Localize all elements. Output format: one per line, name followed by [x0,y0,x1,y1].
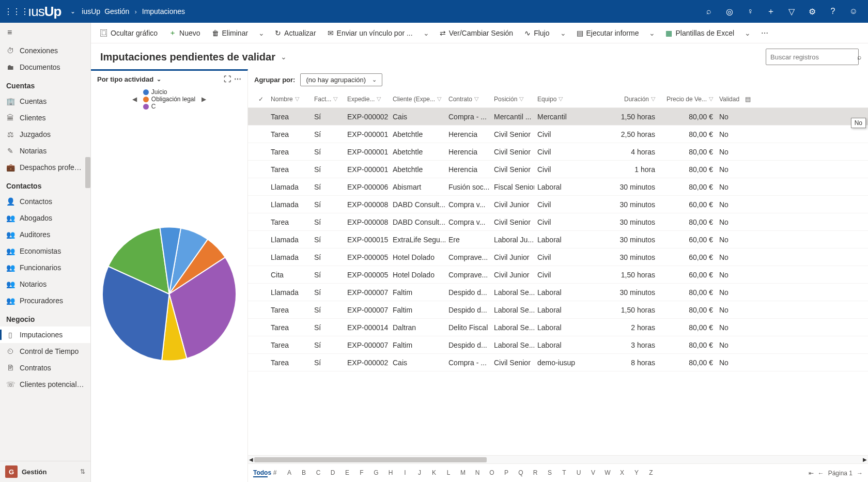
chart-more-icon[interactable]: ⋯ [234,75,241,83]
table-row[interactable]: Tarea Sí EXP-000002 Cais Compra - ... Ci… [248,354,868,371]
table-row[interactable]: Tarea Sí EXP-000001 Abetchtle Herencia C… [248,161,868,178]
sidebar-item[interactable]: 👥Abogados [0,210,90,226]
letter-filter[interactable]: M [456,469,470,477]
letter-filter[interactable]: B [297,469,311,477]
legend-item[interactable]: C [143,103,195,110]
table-row[interactable]: Cita Sí EXP-000005 Hotel Dolado Comprave… [248,266,868,284]
user-icon[interactable]: ☺ [843,7,864,16]
breadcrumb-page[interactable]: Imputaciones [140,7,187,15]
sidebar-item[interactable]: 💼Despachos profesi... [0,159,90,176]
page-next-icon[interactable]: → [857,470,863,477]
col-expediente[interactable]: Expedie...▽ [344,96,390,103]
run-report-button[interactable]: ▤Ejecutar informe [571,26,644,40]
letter-filter[interactable]: G [369,469,383,477]
scroll-left-icon[interactable]: ◀ [248,456,254,463]
legend-item[interactable]: Juicio [143,88,195,96]
col-posicion[interactable]: Posición▽ [491,96,534,103]
search-input[interactable] [770,53,857,61]
chart-title-chevron-icon[interactable]: ⌄ [157,76,161,83]
sidebar-item[interactable]: 👤Contactos [0,193,90,210]
col-edit-icon[interactable]: ▤ [742,96,752,103]
new-button[interactable]: ＋Nuevo [164,25,205,41]
legend-next-icon[interactable]: ▶ [199,96,208,103]
sidebar-item[interactable]: 🏢Cuentas [0,93,90,110]
sidebar-item[interactable]: ▯Imputaciones [0,326,90,343]
flow-button[interactable]: ∿Flujo [519,26,554,40]
app-switcher[interactable]: G Gestión ⇅ [0,461,90,482]
legend-item[interactable]: Obligación legal [143,96,195,103]
letter-filter[interactable]: Z [644,469,658,477]
hide-chart-button[interactable]: ⿴Ocultar gráfico [95,26,163,40]
col-facturable[interactable]: Fact...▽ [311,96,344,103]
table-row[interactable]: Tarea Sí EXP-000001 Abetchtle Herencia C… [248,143,868,161]
table-row[interactable]: Llamada Sí EXP-000005 Hotel Dolado Compr… [248,248,868,266]
letter-filter[interactable]: E [340,469,354,477]
excel-split-icon[interactable]: ⌄ [740,27,755,39]
sidebar-item[interactable]: 👥Funcionarios [0,259,90,276]
sidebar-scrollbar[interactable] [85,157,90,188]
sidebar-item[interactable]: 🏛Clientes [0,110,90,126]
letter-filter[interactable]: X [615,469,629,477]
letter-filter[interactable]: K [427,469,441,477]
letter-filter[interactable]: J [412,469,427,477]
col-nombre[interactable]: Nombre▽ [268,96,311,103]
select-all-checkbox[interactable]: ✓ [254,96,268,103]
table-row[interactable]: Tarea Sí EXP-000008 DABD Consult... Comp… [248,213,868,231]
app-switcher-arrows-icon[interactable]: ⇅ [80,468,85,475]
table-row[interactable]: Tarea Sí EXP-000007 Faltim Despido d... … [248,301,868,319]
settings-icon[interactable]: ⚙ [802,7,823,17]
breadcrumb-area[interactable]: Gestión [102,7,131,15]
excel-templates-button[interactable]: ▦Plantillas de Excel [660,26,739,40]
letter-filter[interactable]: D [326,469,340,477]
table-row[interactable]: Llamada Sí EXP-000007 Faltim Despido d..… [248,284,868,301]
quick-search[interactable]: ⌕ [766,49,859,65]
logo-chevron-icon[interactable]: ⌄ [66,8,80,15]
table-row[interactable]: Tarea Sí EXP-000014 Daltran Delito Fisca… [248,319,868,336]
horizontal-scrollbar[interactable]: ◀ ▶ [248,455,868,463]
sidebar-item[interactable]: 🖿Documentos [0,59,90,75]
page-prev-icon[interactable]: ← [818,470,824,477]
sidebar-item[interactable]: ✎Notarias [0,143,90,159]
sidebar-item[interactable]: ⏲Control de Tiempo [0,343,90,360]
view-selector-icon[interactable]: ⌄ [281,53,287,61]
add-icon[interactable]: ＋ [761,6,781,17]
search-icon[interactable]: ⌕ [699,7,719,16]
filter-icon[interactable]: ▽ [781,7,802,17]
letter-filter[interactable]: V [586,469,600,477]
email-split-icon[interactable]: ⌄ [419,27,433,39]
letter-filter[interactable]: Y [629,469,644,477]
table-row[interactable]: Tarea Sí EXP-000007 Faltim Despido d... … [248,336,868,354]
hamburger-icon[interactable]: ≡ [0,23,90,42]
letter-filter[interactable]: S [542,469,557,477]
sidebar-item[interactable]: 🖹Contratos [0,360,90,376]
letter-filter[interactable]: Q [514,469,528,477]
letter-filter[interactable]: P [499,469,514,477]
col-precio[interactable]: Precio de Ve...▽ [658,96,716,103]
letter-filter[interactable]: T [557,469,571,477]
letter-filter[interactable]: R [528,469,542,477]
sidebar-item[interactable]: ☏Clientes potenciales [0,376,90,393]
letter-filter[interactable]: Todos [253,469,268,477]
letter-filter[interactable]: # [268,469,282,477]
letter-filter[interactable]: A [282,469,297,477]
sidebar-item[interactable]: ⚖Juzgados [0,126,90,143]
letter-filter[interactable]: N [470,469,485,477]
letter-filter[interactable]: U [571,469,586,477]
col-equipo[interactable]: Equipo▽ [534,96,578,103]
col-contrato[interactable]: Contrato▽ [445,96,491,103]
letter-filter[interactable]: W [600,469,615,477]
legend-prev-icon[interactable]: ◀ [130,96,139,103]
help-icon[interactable]: ? [823,7,843,16]
letter-filter[interactable]: O [485,469,499,477]
sidebar-item[interactable]: ⏱Conexiones [0,42,90,59]
group-by-select[interactable]: (no hay agrupación) ⌄ [300,73,382,86]
delete-button[interactable]: 🗑Eliminar [207,26,254,40]
letter-filter[interactable]: L [441,469,456,477]
letter-filter[interactable]: C [311,469,326,477]
flow-split-icon[interactable]: ⌄ [556,27,570,39]
refresh-button[interactable]: ↻Actualizar [270,26,321,40]
email-link-button[interactable]: ✉Enviar un vínculo por ... [322,26,418,40]
search-button-icon[interactable]: ⌕ [857,53,861,61]
page-first-icon[interactable]: ⇤ [809,470,814,477]
session-button[interactable]: ⇄Ver/Cambiar Sesión [435,26,519,40]
